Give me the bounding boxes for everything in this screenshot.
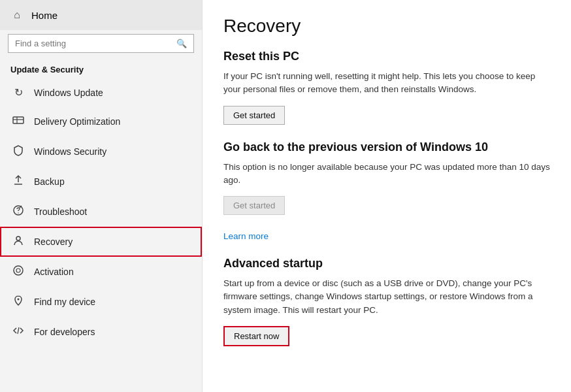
reset-pc-desc: If your PC isn't running well, resetting… bbox=[223, 70, 550, 97]
go-back-title: Go back to the previous version of Windo… bbox=[223, 140, 550, 154]
sidebar-item-label: Windows Update bbox=[34, 88, 103, 98]
sidebar-item-backup[interactable]: Backup bbox=[0, 167, 202, 197]
go-back-button: Get started bbox=[223, 196, 285, 215]
sidebar-item-label: Find my device bbox=[34, 297, 95, 307]
home-label: Home bbox=[31, 10, 57, 21]
svg-line-11 bbox=[18, 327, 19, 334]
advanced-startup-desc: Start up from a device or disc (such as … bbox=[223, 277, 550, 317]
windows-security-icon bbox=[12, 144, 25, 159]
for-developers-icon bbox=[12, 325, 25, 339]
svg-point-10 bbox=[18, 299, 20, 301]
windows-update-icon: ↻ bbox=[12, 86, 25, 99]
sidebar-item-recovery[interactable]: Recovery bbox=[0, 227, 202, 257]
sidebar-item-label: Delivery Optimization bbox=[34, 116, 120, 127]
reset-pc-button[interactable]: Get started bbox=[223, 106, 285, 125]
sidebar-section-title: Update & Security bbox=[0, 59, 202, 78]
sidebar-item-delivery-optimization[interactable]: Delivery Optimization bbox=[0, 106, 202, 137]
activation-icon bbox=[12, 265, 25, 279]
sidebar-item-label: Windows Security bbox=[34, 146, 106, 157]
page-title: Recovery bbox=[223, 16, 550, 37]
main-content: Recovery Reset this PC If your PC isn't … bbox=[203, 0, 571, 392]
sidebar-item-windows-security[interactable]: Windows Security bbox=[0, 137, 202, 167]
find-my-device-icon bbox=[12, 295, 25, 309]
reset-pc-title: Reset this PC bbox=[223, 50, 550, 63]
sidebar-item-label: Activation bbox=[34, 267, 74, 277]
sidebar-item-windows-update[interactable]: ↻ Windows Update bbox=[0, 78, 202, 106]
sidebar-item-find-my-device[interactable]: Find my device bbox=[0, 287, 202, 317]
backup-icon bbox=[12, 174, 25, 189]
search-input[interactable] bbox=[15, 39, 176, 48]
search-box[interactable]: 🔍 bbox=[8, 34, 194, 53]
sidebar-item-label: For developers bbox=[34, 327, 95, 337]
delivery-optimization-icon bbox=[12, 114, 25, 129]
advanced-startup-title: Advanced startup bbox=[223, 257, 550, 270]
svg-point-7 bbox=[16, 237, 20, 240]
sidebar-item-label: Troubleshoot bbox=[34, 206, 87, 217]
sidebar-item-label: Backup bbox=[34, 176, 65, 187]
sidebar: ⌂ Home 🔍 Update & Security ↻ Windows Upd… bbox=[0, 0, 203, 392]
search-icon: 🔍 bbox=[176, 39, 187, 48]
svg-point-9 bbox=[16, 269, 20, 272]
sidebar-item-troubleshoot[interactable]: Troubleshoot bbox=[0, 197, 202, 227]
go-back-desc: This option is no longer available becau… bbox=[223, 161, 550, 188]
troubleshoot-icon bbox=[12, 204, 25, 219]
home-nav-item[interactable]: ⌂ Home bbox=[0, 0, 202, 30]
learn-more-link[interactable]: Learn more bbox=[223, 231, 269, 241]
sidebar-item-for-developers[interactable]: For developers bbox=[0, 317, 202, 347]
svg-point-6 bbox=[18, 212, 18, 213]
sidebar-item-label: Recovery bbox=[34, 237, 73, 247]
sidebar-item-activation[interactable]: Activation bbox=[0, 257, 202, 287]
restart-now-button[interactable]: Restart now bbox=[223, 326, 289, 346]
home-icon: ⌂ bbox=[10, 9, 24, 21]
recovery-icon bbox=[12, 235, 25, 249]
svg-point-8 bbox=[14, 266, 23, 275]
svg-rect-0 bbox=[13, 117, 24, 123]
